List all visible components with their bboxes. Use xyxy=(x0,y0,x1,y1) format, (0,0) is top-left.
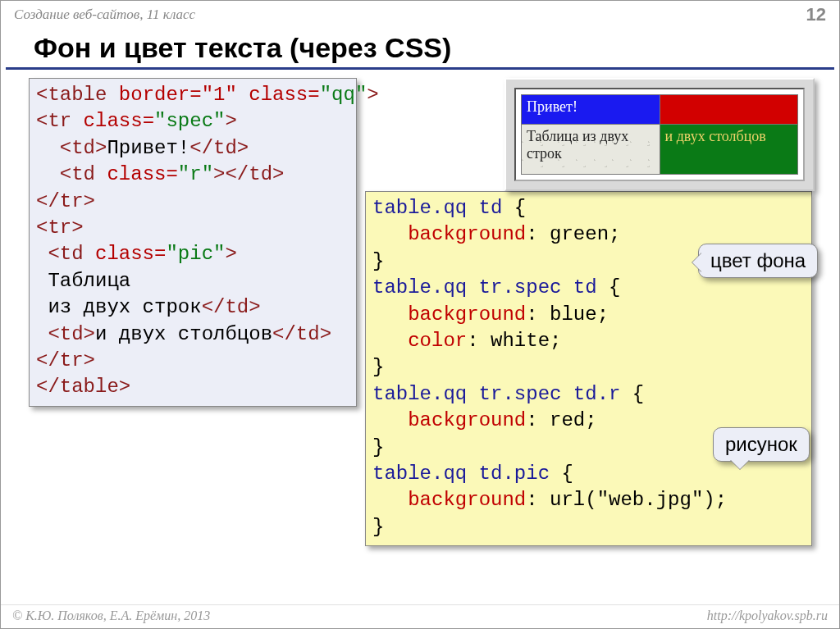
copyright: © К.Ю. Поляков, Е.А. Ерёмин, 2013 xyxy=(12,608,210,623)
code-token: : white; xyxy=(467,330,561,352)
table-row: Таблица из двух строк и двух столбцов xyxy=(522,124,798,174)
code-token: "pic" xyxy=(166,243,225,265)
top-bar: Создание веб-сайтов, 11 класс 12 xyxy=(1,1,839,27)
code-token: } xyxy=(372,436,384,458)
code-token: </td> xyxy=(189,137,249,159)
code-token: <td> xyxy=(36,323,95,345)
code-token: <td xyxy=(36,163,95,185)
code-token: </td> xyxy=(272,323,331,345)
code-token: { xyxy=(597,276,621,299)
code-token: table.qq td xyxy=(372,197,502,219)
code-token: table.qq td.pic xyxy=(372,463,550,485)
code-token: : blue; xyxy=(526,303,609,326)
code-token: "qq" xyxy=(320,84,368,106)
code-token: Привет! xyxy=(107,137,189,159)
code-token: <td xyxy=(36,243,84,265)
code-token: <tr> xyxy=(36,217,84,239)
code-token xyxy=(372,409,408,431)
code-token: background xyxy=(408,303,526,326)
code-token: color xyxy=(408,330,467,352)
code-token: </td> xyxy=(202,296,261,318)
html-code-box: <table border="1" class="qq"> <tr class=… xyxy=(29,78,357,407)
code-token: class= xyxy=(237,84,320,106)
callout-text: цвет фона xyxy=(710,249,806,271)
cell-pic: Таблица из двух строк xyxy=(522,124,660,174)
code-token: </table> xyxy=(36,376,130,398)
page-title: Фон и цвет текста (через CSS) xyxy=(6,27,834,70)
code-token: border="1" xyxy=(107,84,236,106)
code-token: ></td> xyxy=(213,163,284,185)
code-token: } xyxy=(372,516,384,538)
code-token: table.qq tr.spec td xyxy=(372,276,597,299)
code-token xyxy=(372,489,408,511)
code-token: { xyxy=(620,383,644,405)
code-token: : green; xyxy=(526,223,620,245)
code-token: background xyxy=(408,223,526,245)
code-token: <tr xyxy=(36,110,71,132)
code-token: : red; xyxy=(526,409,596,431)
code-token xyxy=(372,330,408,352)
code-token: из двух строк xyxy=(36,296,202,318)
code-token: : url("web.jpg"); xyxy=(526,489,727,511)
code-token: </tr> xyxy=(36,349,95,371)
code-token: } xyxy=(372,250,384,272)
code-token: <table xyxy=(36,84,107,106)
code-token: > xyxy=(367,84,378,106)
code-token: class= xyxy=(84,243,167,265)
callout-text: рисунок xyxy=(725,433,797,455)
code-token: background xyxy=(408,409,526,431)
render-viewport: Привет! Таблица из двух строк и двух сто… xyxy=(514,88,805,181)
render-preview: Привет! Таблица из двух строк и двух сто… xyxy=(504,78,815,191)
callout-bg-color: цвет фона xyxy=(698,244,818,278)
callout-picture: рисунок xyxy=(713,427,810,462)
footer: © К.Ю. Поляков, Е.А. Ерёмин, 2013 http:/… xyxy=(1,604,839,628)
footer-url: http://kpolyakov.spb.ru xyxy=(707,608,828,623)
code-token: background xyxy=(408,489,526,511)
code-token: <td> xyxy=(36,137,107,159)
code-token: </tr> xyxy=(36,190,95,212)
callout-tail-icon xyxy=(730,459,750,479)
page-number: 12 xyxy=(806,4,826,25)
demo-table: Привет! Таблица из двух строк и двух сто… xyxy=(521,94,798,175)
code-token: > xyxy=(225,110,236,132)
code-token: Таблица xyxy=(36,270,130,292)
code-token: class= xyxy=(95,163,178,185)
code-token: "r" xyxy=(178,163,213,185)
code-token: > xyxy=(225,243,236,265)
breadcrumb: Создание веб-сайтов, 11 класс xyxy=(14,7,195,23)
cell-blue: Привет! xyxy=(522,95,660,125)
table-row: Привет! xyxy=(522,95,798,125)
code-token: table.qq tr.spec td.r xyxy=(372,383,620,405)
code-token: { xyxy=(550,463,573,485)
cell-green: и двух столбцов xyxy=(660,124,798,174)
code-token: "spec" xyxy=(154,110,225,132)
code-token: } xyxy=(372,356,384,378)
code-token: { xyxy=(502,197,526,219)
code-token: class= xyxy=(71,110,154,132)
callout-tail-icon xyxy=(682,253,702,272)
code-token xyxy=(372,223,408,245)
code-token: и двух столбцов xyxy=(95,323,272,345)
cell-red xyxy=(660,95,798,125)
code-token xyxy=(372,303,408,326)
